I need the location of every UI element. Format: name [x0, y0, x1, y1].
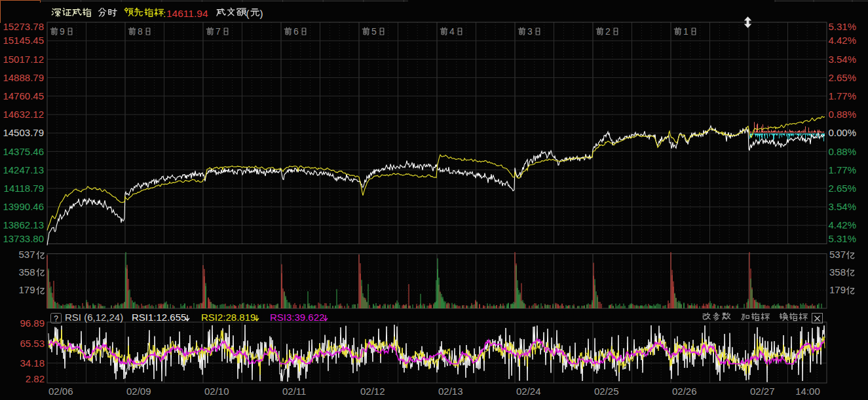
svg-text:2.65%: 2.65%: [829, 72, 857, 83]
svg-text:0.88%: 0.88%: [829, 146, 857, 157]
svg-text:02/27: 02/27: [750, 386, 775, 397]
svg-text:2.82: 2.82: [26, 373, 45, 384]
svg-text:65.53: 65.53: [20, 338, 45, 349]
svg-text:9: 9: [60, 26, 65, 37]
svg-text:02/10: 02/10: [204, 386, 229, 397]
svg-text:15273.78: 15273.78: [3, 21, 44, 32]
svg-text:14503.79: 14503.79: [3, 127, 44, 138]
svg-text:14:00: 14:00: [795, 386, 820, 397]
svg-text:1.77%: 1.77%: [829, 164, 857, 175]
svg-text:358: 358: [18, 266, 35, 278]
svg-text:3.54%: 3.54%: [829, 54, 857, 65]
svg-text:4.42%: 4.42%: [829, 219, 857, 230]
svg-text:537: 537: [829, 249, 846, 260]
svg-text:13733.80: 13733.80: [3, 233, 44, 244]
svg-text:02/24: 02/24: [516, 386, 541, 397]
svg-text:15145.45: 15145.45: [3, 35, 44, 46]
svg-text:1.77%: 1.77%: [829, 90, 857, 101]
svg-text:5: 5: [371, 26, 377, 37]
svg-text:RSI1:12.655: RSI1:12.655: [132, 312, 186, 323]
svg-text:96.89: 96.89: [20, 318, 45, 329]
svg-text:14375.46: 14375.46: [3, 146, 44, 157]
svg-text:14247.13: 14247.13: [3, 164, 44, 175]
svg-text:02/09: 02/09: [126, 386, 151, 397]
svg-text:02/06: 02/06: [48, 386, 73, 397]
svg-text:7: 7: [216, 26, 221, 37]
svg-text:8: 8: [138, 26, 143, 37]
svg-text:537: 537: [18, 249, 35, 260]
svg-text:13862.13: 13862.13: [3, 219, 44, 230]
svg-text:14118.79: 14118.79: [4, 183, 44, 194]
svg-text:14760.45: 14760.45: [3, 90, 44, 101]
svg-text:2.65%: 2.65%: [829, 183, 857, 194]
svg-text:4.42%: 4.42%: [829, 35, 857, 46]
svg-text:13990.46: 13990.46: [3, 201, 44, 212]
svg-text:02/13: 02/13: [438, 386, 463, 397]
svg-text:02/25: 02/25: [594, 386, 619, 397]
svg-text:179: 179: [829, 284, 846, 295]
svg-text:02/11: 02/11: [282, 386, 306, 397]
svg-text:14632.12: 14632.12: [3, 109, 44, 120]
svg-text:6: 6: [293, 26, 299, 37]
svg-text:RSI (6,12,24): RSI (6,12,24): [65, 312, 123, 323]
svg-text:(: (: [246, 8, 250, 19]
svg-text:4: 4: [449, 26, 455, 37]
svg-text::: :: [163, 8, 166, 19]
svg-text:?: ?: [54, 314, 58, 323]
svg-text:02/26: 02/26: [672, 386, 697, 397]
svg-text:5.31%: 5.31%: [829, 233, 857, 244]
svg-text:RSI3:39.622: RSI3:39.622: [270, 312, 324, 323]
svg-text:2: 2: [605, 26, 611, 37]
svg-text:14611.94: 14611.94: [166, 8, 208, 19]
svg-text:34.18: 34.18: [20, 357, 45, 369]
svg-text:15017.12: 15017.12: [3, 54, 44, 65]
svg-text:RSI2:28.819: RSI2:28.819: [201, 312, 255, 323]
svg-text:5.31%: 5.31%: [829, 21, 857, 32]
svg-text:3.54%: 3.54%: [829, 201, 857, 212]
svg-text:14888.79: 14888.79: [3, 72, 44, 83]
svg-text:0.88%: 0.88%: [829, 109, 857, 120]
svg-text:1: 1: [683, 26, 689, 37]
svg-text:): ): [260, 8, 263, 19]
svg-text:179: 179: [18, 284, 35, 295]
svg-text:02/12: 02/12: [360, 386, 385, 397]
svg-text:3: 3: [527, 26, 533, 37]
svg-text:0.00%: 0.00%: [829, 127, 857, 138]
svg-text:358: 358: [829, 266, 846, 278]
